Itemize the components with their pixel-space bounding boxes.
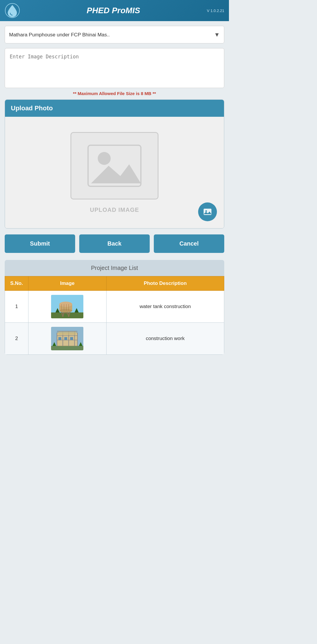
svg-marker-3 <box>91 164 141 183</box>
col-header-sno: S.No. <box>5 276 28 291</box>
row1-description: water tank construction <box>106 291 224 323</box>
back-button[interactable]: Back <box>79 234 150 253</box>
row2-description: construction work <box>106 323 224 355</box>
app-title: PHED ProMIS <box>20 6 207 15</box>
image-description-input[interactable] <box>5 48 224 87</box>
upload-header: Upload Photo <box>5 100 224 117</box>
table-row: 1 <box>5 291 224 323</box>
svg-point-5 <box>205 210 207 212</box>
dropdown-arrow-icon: ▼ <box>214 31 224 38</box>
svg-rect-26 <box>51 346 83 350</box>
row2-sno: 2 <box>5 323 28 355</box>
project-image-list: Project Image List S.No. Image Photo Des… <box>5 260 224 355</box>
row2-thumb <box>51 327 83 350</box>
action-buttons: Submit Back Cancel <box>5 234 224 253</box>
upload-label: UPLOAD IMAGE <box>90 207 139 213</box>
col-header-description: Photo Description <box>106 276 224 291</box>
app-version: V 1.0.2.21 <box>207 9 224 13</box>
upload-placeholder: UPLOAD IMAGE <box>70 132 158 213</box>
row1-thumb <box>51 295 83 318</box>
svg-point-18 <box>59 302 72 307</box>
svg-point-17 <box>59 309 72 312</box>
row1-sno: 1 <box>5 291 28 323</box>
svg-rect-41 <box>58 332 76 335</box>
app-header: PHED ProMIS V 1.0.2.21 <box>0 0 229 21</box>
svg-rect-8 <box>51 312 83 318</box>
description-textarea-wrapper <box>5 48 224 88</box>
table-row: 2 <box>5 323 224 355</box>
submit-button[interactable]: Submit <box>5 234 75 253</box>
upload-body[interactable]: UPLOAD IMAGE <box>5 117 224 228</box>
col-header-image: Image <box>28 276 107 291</box>
image-icon-box <box>70 132 158 200</box>
project-list-title: Project Image List <box>5 260 224 276</box>
project-dropdown-wrapper: Mathara Pumphouse under FCP Bhinai Mas..… <box>5 26 224 43</box>
row2-image <box>28 323 107 355</box>
project-table: S.No. Image Photo Description 1 <box>5 276 224 355</box>
upload-section: Upload Photo UPLOAD IMAGE <box>5 99 224 229</box>
svg-rect-37 <box>64 337 67 340</box>
svg-rect-38 <box>70 337 73 340</box>
svg-rect-36 <box>58 337 61 340</box>
cancel-button[interactable]: Cancel <box>154 234 224 253</box>
file-size-notice: ** Maximum Allowed File Size is 8 MB ** <box>5 91 224 96</box>
upload-image-button[interactable] <box>198 202 217 221</box>
image-placeholder-icon <box>85 142 144 189</box>
upload-image-icon <box>203 207 212 217</box>
main-content: Mathara Pumphouse under FCP Bhinai Mas..… <box>0 21 229 359</box>
row1-image <box>28 291 107 323</box>
project-dropdown[interactable]: Mathara Pumphouse under FCP Bhinai Mas.. <box>5 29 214 40</box>
app-logo <box>5 3 20 18</box>
svg-point-2 <box>98 152 111 165</box>
